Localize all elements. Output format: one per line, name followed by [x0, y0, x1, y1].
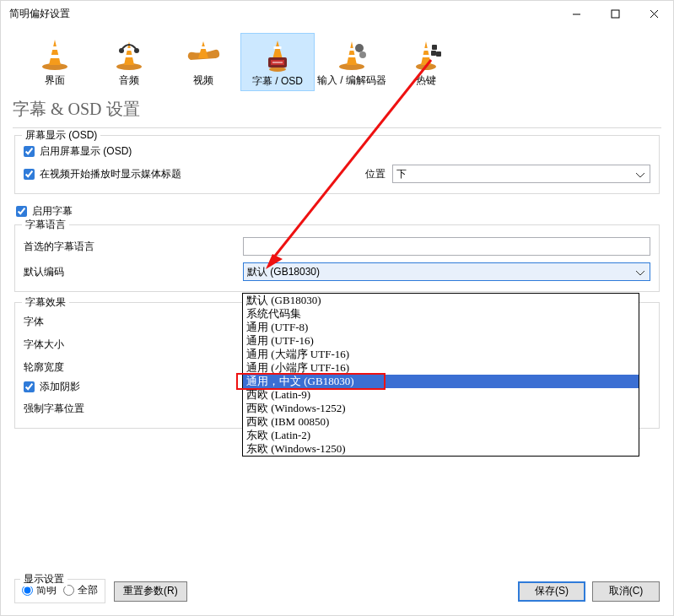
tab-audio[interactable]: 音频 [92, 33, 166, 91]
cone-film-icon [186, 36, 221, 72]
svg-rect-27 [431, 51, 436, 56]
encoding-option[interactable]: 东欧 (Latin-2) [243, 429, 639, 442]
svg-rect-14 [274, 46, 282, 49]
osd-legend: 屏幕显示 (OSD) [22, 128, 100, 143]
svg-rect-26 [432, 45, 437, 50]
tab-hotkeys[interactable]: 热键 [389, 33, 463, 91]
show-settings-legend: 显示设置 [20, 572, 67, 586]
tab-label: 界面 [45, 73, 65, 88]
maximize-button[interactable] [596, 1, 634, 26]
tab-video[interactable]: 视频 [166, 33, 240, 91]
encoding-option[interactable]: 东欧 (Windows-1250) [243, 442, 639, 456]
svg-rect-9 [125, 55, 134, 57]
encoding-option[interactable]: 西欧 (IBM 00850) [243, 415, 639, 429]
minimize-button[interactable] [557, 1, 596, 26]
osd-groupbox: 屏幕显示 (OSD) 启用屏幕显示 (OSD) 在视频开始播放时显示媒体标题 位… [14, 135, 660, 194]
cancel-button[interactable]: 取消(C) [592, 581, 660, 602]
position-label: 位置 [365, 167, 392, 181]
tab-label: 视频 [193, 73, 213, 88]
encoding-option[interactable]: 通用 (UTF-16) [243, 334, 639, 348]
subtitle-language-groupbox: 字幕语言 首选的字幕语言 默认编码 默认 (GB18030) [14, 224, 660, 292]
outline-label: 轮廓宽度 [24, 360, 243, 375]
svg-rect-20 [348, 55, 357, 57]
cone-gears-icon [334, 36, 369, 72]
window-title: 简明偏好设置 [9, 7, 557, 21]
forcepos-label: 强制字幕位置 [24, 402, 243, 416]
tab-label: 音频 [119, 73, 139, 88]
tab-input-codecs[interactable]: 输入 / 编解码器 [315, 33, 389, 91]
svg-rect-12 [200, 46, 208, 49]
show-settings-radiogroup: 显示设置 简明 全部 [14, 579, 105, 603]
svg-rect-19 [348, 48, 356, 51]
cone-key-icon [408, 36, 444, 72]
encoding-option[interactable]: 西欧 (Latin-9) [243, 388, 639, 402]
cone-icon [37, 36, 73, 72]
cone-headphones-icon [111, 36, 147, 72]
dropdown-icon [634, 168, 647, 181]
effect-legend: 字幕效果 [22, 295, 69, 310]
svg-rect-5 [51, 46, 59, 50]
encoding-option[interactable]: 通用 (UTF-8) [243, 321, 639, 334]
pref-lang-input[interactable] [243, 237, 650, 256]
pref-lang-label: 首选的字幕语言 [24, 240, 243, 254]
encoding-option[interactable]: 通用 (大端序 UTF-16) [243, 348, 639, 361]
encoding-option[interactable]: 西欧 (Windows-1252) [243, 402, 639, 415]
font-label: 字体 [24, 315, 243, 329]
sublang-legend: 字幕语言 [22, 218, 69, 232]
separator [13, 127, 661, 128]
svg-point-10 [119, 48, 124, 53]
tab-subtitles-osd[interactable]: 字幕 / OSD [240, 33, 315, 91]
svg-point-22 [359, 51, 366, 58]
preferences-toolbar: 界面 音频 视频 字幕 / OSD 输入 / 编解码器 热键 [1, 26, 673, 95]
size-label: 字体大小 [24, 338, 243, 352]
svg-point-21 [355, 44, 364, 52]
encoding-select[interactable]: 默认 (GB18030) [243, 262, 650, 281]
close-button[interactable] [634, 1, 673, 26]
reset-button[interactable]: 重置参数(R) [114, 581, 187, 602]
tab-label: 热键 [416, 73, 436, 88]
bottom-bar: 显示设置 简明 全部 重置参数(R) 保存(S) 取消(C) [1, 572, 673, 615]
radio-all[interactable]: 全部 [63, 583, 98, 597]
shadow-checkbox[interactable]: 添加阴影 [24, 380, 80, 394]
page-title: 字幕 & OSD 设置 [1, 95, 673, 127]
title-bar: 简明偏好设置 [1, 1, 673, 26]
encoding-option[interactable]: 通用 (小端序 UTF-16) [243, 361, 639, 375]
enable-subtitles-checkbox[interactable]: 启用字幕 [16, 204, 73, 219]
svg-rect-24 [423, 48, 430, 51]
dropdown-icon [634, 266, 647, 279]
svg-rect-1 [612, 10, 619, 18]
encoding-option[interactable]: 系统代码集 [243, 307, 639, 321]
encoding-label: 默认编码 [24, 265, 243, 279]
save-button[interactable]: 保存(S) [518, 581, 585, 602]
tab-label: 输入 / 编解码器 [317, 73, 386, 88]
svg-rect-6 [50, 55, 60, 58]
encoding-dropdown-list[interactable]: 默认 (GB18030)系统代码集通用 (UTF-8)通用 (UTF-16)通用… [242, 293, 639, 457]
svg-rect-25 [422, 55, 431, 57]
tab-label: 字幕 / OSD [252, 74, 303, 89]
tab-interface[interactable]: 界面 [18, 33, 92, 91]
svg-rect-8 [126, 48, 133, 51]
svg-point-11 [134, 48, 139, 53]
show-title-checkbox[interactable]: 在视频开始播放时显示媒体标题 [24, 167, 365, 181]
svg-rect-28 [436, 51, 441, 57]
encoding-option[interactable]: 通用，中文 (GB18030) [243, 375, 639, 388]
enable-osd-checkbox[interactable]: 启用屏幕显示 (OSD) [24, 144, 132, 159]
position-select[interactable]: 下 [392, 165, 650, 183]
cone-board-icon [260, 37, 295, 73]
encoding-option[interactable]: 默认 (GB18030) [243, 294, 639, 307]
